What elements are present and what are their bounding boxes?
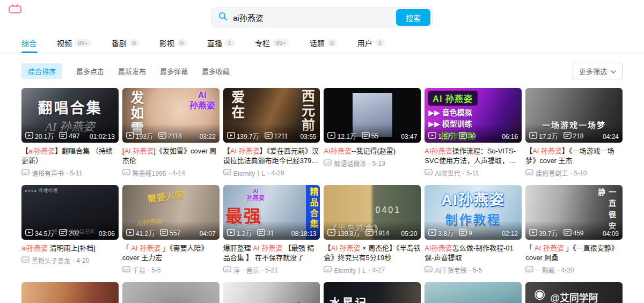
video-thumbnail[interactable]: AI孙燕姿制作教程 3.8万 <box>425 185 522 240</box>
video-card[interactable]: 一场游戏一场梦 17.2万 <box>525 88 623 178</box>
more-filter-button[interactable]: 更多筛选 <box>573 63 623 79</box>
sort-clicks[interactable]: 最多点击 <box>76 63 104 79</box>
uploader-name: 千易 <box>133 265 145 275</box>
video-title[interactable]: 【ai孙燕姿】翻唱合集 （持续更新） <box>21 146 119 166</box>
video-thumbnail[interactable] <box>122 282 219 303</box>
sort-newest[interactable]: 最新发布 <box>118 63 146 79</box>
video-thumbnail[interactable]: 一场游戏一场梦 17.2万 <box>525 88 623 143</box>
tab-topic[interactable]: 话题0 <box>310 34 337 53</box>
uploader-icon: UP <box>425 169 433 177</box>
video-card[interactable]: 爱在西元前 139.7万 <box>223 88 320 178</box>
upload-date: · 4-20 <box>72 257 89 264</box>
video-uploader[interactable]: UP 谙格有声书 · 5-11 <box>21 168 119 178</box>
search-button[interactable]: 搜索 <box>396 9 430 26</box>
sort-danmaku[interactable]: 最多弹幕 <box>160 63 188 79</box>
video-card[interactable]: //AI 孙燕姿 宇多田光 <box>425 282 522 303</box>
video-thumbnail[interactable]: 需要人陪AI孙燕姿 41.2万 <box>122 185 219 240</box>
tab-article[interactable]: 专栏99+ <box>255 34 289 53</box>
video-thumbnail[interactable]: 12.1万 55 03:47 <box>324 88 421 143</box>
video-title[interactable]: 「 AI 孙燕姿 」《需要人陪》cover 王力宏 <box>122 243 219 263</box>
video-card[interactable]: 水星记MERCURYRECORD <box>324 282 421 303</box>
video-title[interactable]: 【AI 孙燕姿 × 周杰伦】《半岛铁盒》终究只有5分19秒 <box>324 243 421 263</box>
video-uploader[interactable]: UP 庸俗喜剧王 · 5-10 <box>525 168 623 178</box>
video-thumbnail[interactable]: 翻唱合集AI 孙燕姿 20.1万 <box>21 88 119 143</box>
video-title[interactable]: [AI 孙燕姿]《发如雪》cover 周杰伦 <box>122 146 219 166</box>
video-title[interactable]: ai孙燕姿 清明雨上[补档] <box>21 243 119 253</box>
tab-user[interactable]: 用户1 <box>357 34 385 53</box>
video-uploader[interactable]: UP 千易 · 5-5 <box>122 265 219 275</box>
video-thumbnail[interactable]: ◉@艾同学阿唯 <box>525 282 623 303</box>
svg-text:UP: UP <box>23 171 28 174</box>
video-thumbnail[interactable]: 爱在西元前 139.7万 <box>223 88 320 143</box>
video-title[interactable]: AI孙燕姿操作流程：So-VITS-SVC使用方法，人声提取，音色模拟，模... <box>425 146 522 166</box>
video-card[interactable]: AI 孙燕姿▶▶ 音色模拟▶▶ 模型训练操作流程 1.5万 <box>425 88 522 178</box>
video-card[interactable]: 发如雪AI 孙燕姿 193万 <box>122 88 219 178</box>
play-icon <box>227 229 235 238</box>
video-card[interactable]: ◉@艾同学阿唯 <box>525 282 623 303</box>
video-title[interactable]: 【AI 孙燕姿】《一场游戏一场梦》cover 王杰 <box>525 146 623 166</box>
video-thumbnail[interactable]: 一直很安静 39.7万 <box>525 185 623 240</box>
video-title[interactable]: 「 AI 孙燕姿 」《一直很安静》cover 阿桑 <box>525 243 623 263</box>
video-title[interactable]: 爆肝整理 AI 孙燕姿 【最强 精品合集 】 在不保存就没了 <box>223 243 320 263</box>
danmaku-count: 202 <box>59 229 79 238</box>
video-duration: 05:20 <box>401 230 417 238</box>
sort-comprehensive[interactable]: 综合排序 <box>21 63 62 79</box>
video-thumbnail[interactable]: 水星记MERCURYRECORD <box>324 282 421 303</box>
video-thumbnail[interactable]: AI 孙燕姿▶▶ 音色模拟▶▶ 模型训练操作流程 1.5万 <box>425 88 522 143</box>
video-thumbnail[interactable] <box>21 282 119 303</box>
video-card[interactable]: AI 孙燕姿最强精品合集 1.2万 <box>223 185 320 275</box>
filter-row: 综合排序最多点击最新发布最多弹幕最多收藏 更多筛选 <box>21 63 623 79</box>
video-results-grid: 翻唱合集AI 孙燕姿 20.1万 <box>21 88 623 303</box>
danmaku-icon <box>158 132 166 141</box>
svg-text:UP: UP <box>426 171 431 174</box>
video-title[interactable]: AI孙燕姿--我记得(赵雷) <box>324 146 421 156</box>
video-duration: 02:12 <box>502 230 518 238</box>
video-uploader[interactable]: UP AI次世代 · 5-11 <box>425 168 522 178</box>
video-card[interactable]: 一直很安静 39.7万 <box>525 185 623 275</box>
video-thumbnail[interactable]: extra 哔哩哔哩把心事说给自己听 34.5万 <box>21 185 119 240</box>
video-uploader[interactable]: UP Eternity丨L · 4-29 <box>223 168 320 178</box>
video-uploader[interactable]: UP 黑粉头子恶龙 · 4-20 <box>21 256 119 265</box>
video-card[interactable]: AI孙燕姿制作教程 3.8万 <box>425 185 522 275</box>
view-count: 193万 <box>126 131 153 141</box>
video-card[interactable]: 需要人陪AI孙燕姿 41.2万 <box>122 185 219 275</box>
video-card[interactable]: 0401《半岛铁盒》 139.8万 <box>324 185 421 275</box>
danmaku-count: 2118 <box>158 132 182 141</box>
search-bar[interactable]: 搜索 <box>211 8 433 27</box>
danmaku-count: 497 <box>59 132 79 141</box>
video-card[interactable] <box>21 282 119 303</box>
search-input[interactable] <box>232 12 396 23</box>
video-card[interactable]: extra 哔哩哔哩把心事说给自己听 34.5万 <box>21 185 119 275</box>
video-uploader[interactable]: UP 解语话微凉 · 5-13 <box>324 159 421 168</box>
tab-label: 直播 <box>207 38 222 48</box>
video-title[interactable]: 【AI 孙燕姿】《爱在西元前》汉谟拉比法典颁布距今已经3799年 <box>223 146 320 166</box>
video-card[interactable]: 大城 <box>223 282 320 303</box>
video-thumbnail[interactable]: 0401《半岛铁盒》 139.8万 <box>324 185 421 240</box>
video-uploader[interactable]: UP 陈墨瞳1995 · 4-14 <box>122 168 219 178</box>
tab-video[interactable]: 视频99+ <box>57 34 91 53</box>
tab-comprehensive[interactable]: 综合 <box>21 34 36 53</box>
tab-count-badge: 0 <box>177 39 187 47</box>
video-stats-bar: 34.5万 202 03:06 <box>21 221 119 240</box>
video-card[interactable] <box>122 282 219 303</box>
tab-bangumi[interactable]: 番剧0 <box>112 34 139 53</box>
video-uploader[interactable]: UP 一颗甄 · 4-20 <box>525 265 623 275</box>
video-uploader[interactable]: UP AI干货老铁 · 5-5 <box>425 265 522 275</box>
video-title[interactable]: AI孙燕姿怎么做-制作教程-01课-声音提取 <box>425 243 522 263</box>
tab-label: 视频 <box>57 38 72 48</box>
video-thumbnail[interactable]: 大城 <box>223 282 320 303</box>
video-uploader[interactable]: UP Eternity丨L · 4-27 <box>324 265 421 275</box>
upload-date: · 5-10 <box>570 169 587 177</box>
svg-text:UP: UP <box>23 258 28 262</box>
video-thumbnail[interactable]: AI 孙燕姿最强精品合集 1.2万 <box>223 185 320 240</box>
sort-favorites[interactable]: 最多收藏 <box>202 63 230 79</box>
tab-film[interactable]: 影视0 <box>159 34 187 53</box>
video-thumbnail[interactable]: 发如雪AI 孙燕姿 193万 <box>122 88 219 143</box>
video-uploader[interactable]: UP 淳一音乐 · 5-21 <box>223 265 320 275</box>
video-thumbnail[interactable]: //AI 孙燕姿 宇多田光 <box>425 282 522 303</box>
tab-live[interactable]: 直播1 <box>207 34 235 53</box>
video-card[interactable]: 翻唱合集AI 孙燕姿 20.1万 <box>21 88 119 178</box>
uploader-name: 淳一音乐 <box>233 265 259 275</box>
video-card[interactable]: 12.1万 55 03:47 AI孙燕姿--我记得(赵雷) <box>324 88 421 178</box>
upload-date: · 5-21 <box>261 267 278 274</box>
